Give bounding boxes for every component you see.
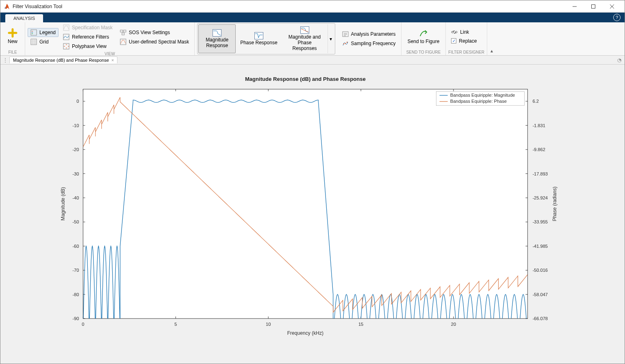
svg-text:Magnitude Response (dB) and Ph: Magnitude Response (dB) and Phase Respon… [245, 76, 366, 82]
ribbon-collapse-button[interactable]: ▴ [487, 22, 496, 55]
phase-response-button[interactable]: Phase Response [236, 24, 282, 53]
tab-menu-button[interactable]: ◔ [617, 57, 621, 63]
svg-text:-50.016: -50.016 [532, 268, 548, 273]
ribbon-group-send: Send to Figure SEND TO FIGURE [401, 22, 446, 55]
minimize-button[interactable] [565, 0, 584, 13]
grid-icon [30, 39, 37, 45]
svg-text:-41.985: -41.985 [532, 244, 548, 249]
document-tab[interactable]: Magnitude Response (dB) and Phase Respon… [9, 56, 117, 63]
document-tabbar: ⋮ Magnitude Response (dB) and Phase Resp… [0, 56, 625, 65]
svg-text:-30: -30 [72, 171, 79, 176]
ribbon-tabstrip: ANALYSIS ? [0, 13, 625, 22]
polyphase-view-toggle[interactable]: Polyphase View [60, 42, 115, 51]
svg-text:6.2: 6.2 [532, 99, 538, 104]
chart[interactable]: 051015200-10-20-30-40-50-60-70-80-906.2-… [0, 65, 625, 364]
link-button[interactable]: Link [448, 28, 480, 37]
replace-checkbox[interactable]: ✓ Replace [448, 37, 480, 45]
svg-text:15: 15 [358, 322, 363, 327]
svg-text:-90: -90 [72, 316, 79, 321]
svg-text:-70: -70 [72, 268, 79, 273]
svg-rect-13 [124, 30, 126, 32]
ref-filters-icon [63, 34, 69, 40]
svg-text:5: 5 [174, 322, 177, 327]
group-label-send: SEND TO FIGURE [404, 49, 443, 55]
svg-text:Bandpass Equiripple: Phase: Bandpass Equiripple: Phase [450, 99, 507, 104]
svg-text:-50: -50 [72, 219, 79, 224]
group-label-designer: FILTER DESIGNER [448, 49, 484, 55]
plus-icon [8, 28, 17, 38]
svg-rect-1 [592, 4, 595, 8]
mag-phase-button[interactable]: Magnitude and Phase Responses [282, 24, 328, 53]
plot-container: 051015200-10-20-30-40-50-60-70-80-906.2-… [0, 65, 625, 364]
svg-text:0: 0 [82, 322, 84, 327]
params-icon [342, 31, 349, 37]
reference-filters-toggle[interactable]: Reference Filters [60, 32, 115, 41]
ribbon: New FILE Legend Grid Specification Mask [0, 22, 625, 56]
svg-text:Bandpass Equiripple: Magnitude: Bandpass Equiripple: Magnitude [450, 93, 515, 98]
svg-point-17 [343, 43, 344, 44]
svg-text:-33.955: -33.955 [532, 219, 548, 224]
checkbox-icon: ✓ [451, 38, 456, 43]
svg-point-18 [345, 43, 345, 44]
svg-text:10: 10 [266, 322, 271, 327]
analysis-parameters-button[interactable]: Analysis Parameters [339, 30, 399, 39]
send-icon [419, 28, 428, 38]
svg-text:-9.862: -9.862 [532, 147, 545, 152]
sos-view-settings[interactable]: SOS View Settings [117, 28, 192, 37]
svg-rect-12 [120, 30, 123, 32]
window-titlebar: Filter Visualization Tool [0, 0, 625, 13]
svg-rect-14 [122, 33, 124, 35]
sampling-icon [342, 40, 349, 47]
svg-text:-40: -40 [72, 195, 79, 200]
matlab-icon [4, 3, 10, 10]
help-icon[interactable]: ? [613, 14, 621, 21]
svg-rect-8 [31, 39, 37, 45]
ribbon-group-analysis: Magnitude Response Phase Response Magnit… [195, 22, 401, 55]
svg-text:Phase (radians): Phase (radians) [552, 186, 558, 221]
magnitude-response-button[interactable]: Magnitude Response [198, 24, 236, 53]
new-label: New [8, 39, 17, 44]
svg-text:20: 20 [451, 322, 456, 327]
link-icon [451, 29, 458, 35]
svg-text:-17.893: -17.893 [532, 171, 548, 176]
sampling-frequency-button[interactable]: Sampling Frequency [339, 39, 399, 48]
close-button[interactable] [603, 0, 621, 13]
user-mask-icon [120, 39, 126, 45]
analysis-gallery: Magnitude Response Phase Response Magnit… [197, 23, 335, 54]
svg-text:-25.924: -25.924 [532, 195, 548, 200]
svg-text:Frequency (kHz): Frequency (kHz) [287, 330, 323, 336]
analysis-dropdown[interactable]: ▾ [328, 24, 334, 53]
svg-rect-15 [120, 39, 126, 45]
svg-rect-22 [83, 89, 527, 318]
svg-text:-1.831: -1.831 [532, 123, 545, 128]
tab-analysis[interactable]: ANALYSIS [5, 14, 43, 22]
new-button[interactable]: New [3, 26, 22, 46]
svg-point-19 [346, 42, 347, 43]
polyphase-icon [63, 43, 69, 50]
svg-text:-58.047: -58.047 [532, 292, 548, 297]
ribbon-group-designer: Link ✓ Replace FILTER DESIGNER [446, 22, 487, 55]
window-title: Filter Visualization Tool [13, 4, 565, 9]
svg-text:-60: -60 [72, 244, 79, 249]
spec-mask-toggle: Specification Mask [60, 23, 115, 32]
svg-text:-80: -80 [72, 292, 79, 297]
document-tab-title: Magnitude Response (dB) and Phase Respon… [13, 58, 109, 63]
send-to-figure-button[interactable]: Send to Figure [404, 26, 443, 46]
mask-icon [63, 24, 69, 31]
grid-toggle[interactable]: Grid [28, 37, 59, 46]
user-spectral-mask[interactable]: User-defined Spectral Mask [117, 37, 192, 46]
svg-text:Magnitude (dB): Magnitude (dB) [60, 187, 66, 221]
legend-toggle[interactable]: Legend [28, 28, 59, 37]
group-label-file: FILE [3, 49, 22, 55]
legend-icon [30, 29, 37, 36]
ribbon-group-view: Legend Grid Specification Mask Reference… [25, 22, 195, 55]
sos-icon [120, 29, 126, 36]
magphase-icon [300, 26, 309, 34]
svg-text:0: 0 [76, 99, 79, 104]
close-tab-icon[interactable]: × [111, 58, 114, 63]
phase-icon [254, 32, 263, 39]
svg-text:-20: -20 [72, 147, 79, 152]
maximize-button[interactable] [584, 0, 603, 13]
ribbon-group-file: New FILE [0, 22, 25, 55]
svg-text:-66.078: -66.078 [532, 316, 548, 321]
